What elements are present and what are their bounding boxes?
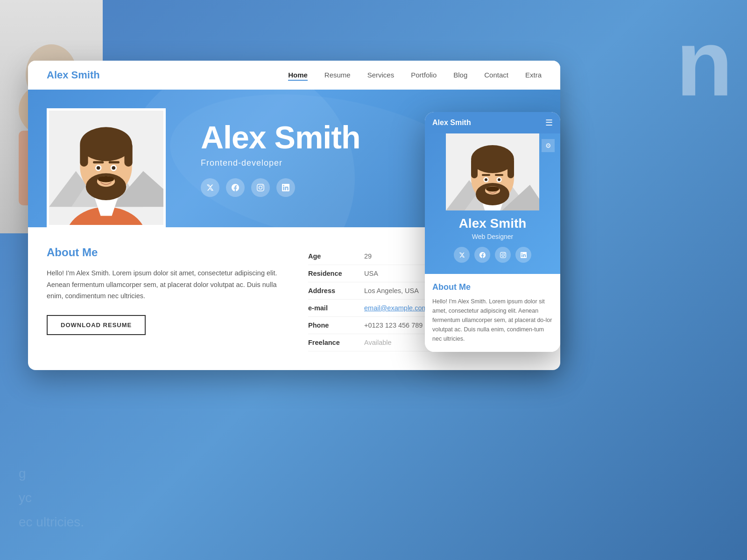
info-label: Age <box>308 248 364 265</box>
bg-letter: n <box>676 9 733 117</box>
nav-link-home[interactable]: Home <box>288 71 308 81</box>
nav-item-home[interactable]: Home <box>288 71 308 79</box>
nav-item-services[interactable]: Services <box>367 71 395 79</box>
svg-rect-34 <box>507 158 514 178</box>
svg-rect-13 <box>124 142 132 167</box>
hamburger-icon[interactable]: ☰ <box>545 118 553 128</box>
svg-rect-36 <box>495 174 503 176</box>
mobile-instagram-button[interactable] <box>495 247 511 263</box>
svg-point-44 <box>486 187 499 192</box>
download-resume-button[interactable]: DOWNLOAD RESUME <box>47 315 146 335</box>
hero-content: Alex Smith Frontend-developer <box>182 101 379 216</box>
svg-point-18 <box>97 166 100 170</box>
nav-link-portfolio[interactable]: Portfolio <box>411 71 437 79</box>
mobile-navbar: Alex Smith ☰ <box>425 112 560 133</box>
mobile-linkedin-button[interactable] <box>515 247 531 263</box>
nav-item-portfolio[interactable]: Portfolio <box>411 71 437 79</box>
hero-title: Frontend-developer <box>201 158 360 168</box>
mobile-about-plain: About <box>432 282 457 292</box>
svg-point-40 <box>498 178 500 181</box>
mobile-name: Alex Smith <box>459 216 527 231</box>
hero-name: Alex Smith <box>201 120 360 155</box>
hero-socials <box>201 178 360 197</box>
svg-rect-15 <box>109 161 120 163</box>
facebook-button[interactable] <box>226 178 245 197</box>
mobile-card: Alex Smith ☰ <box>425 112 560 352</box>
mobile-facebook-button[interactable] <box>474 247 490 263</box>
svg-point-19 <box>112 166 116 170</box>
about-heading-plain: About <box>47 246 79 259</box>
brand-first: Alex <box>47 69 68 81</box>
info-label: Address <box>308 282 364 300</box>
bg-text: g yc ec ultricies. <box>19 464 84 532</box>
nav-link-services[interactable]: Services <box>367 71 395 79</box>
mobile-about-text: Hello! I'm Alex Smith. Lorem ipsum dolor… <box>432 297 553 343</box>
about-heading-colored: Me <box>79 246 98 259</box>
mobile-about-colored: Me <box>457 282 471 292</box>
info-label: Freelance <box>308 334 364 351</box>
mobile-about: About Me Hello! I'm Alex Smith. Lorem ip… <box>425 274 560 352</box>
navbar: Alex Smith Home Resume Services Portfoli… <box>28 61 560 90</box>
mobile-twitter-button[interactable] <box>454 247 470 263</box>
about-heading: About Me <box>47 246 280 259</box>
nav-item-blog[interactable]: Blog <box>453 71 467 79</box>
email-link[interactable]: email@example.com <box>364 304 428 312</box>
mobile-brand: Alex Smith <box>432 119 471 127</box>
nav-item-resume[interactable]: Resume <box>324 71 351 79</box>
mobile-about-heading: About Me <box>432 282 553 292</box>
hero-avatar <box>47 108 166 227</box>
nav-item-contact[interactable]: Contact <box>484 71 508 79</box>
linkedin-button[interactable] <box>276 178 295 197</box>
info-label: e-mail <box>308 300 364 317</box>
gear-icon[interactable]: ⚙ <box>542 139 555 152</box>
twitter-button[interactable] <box>201 178 219 197</box>
info-label: Phone <box>308 317 364 334</box>
mobile-subtitle: Web Designer <box>472 233 513 240</box>
nav-link-contact[interactable]: Contact <box>484 71 508 79</box>
brand-last: Smith <box>68 69 99 81</box>
svg-rect-33 <box>471 158 478 178</box>
svg-rect-14 <box>93 161 104 163</box>
nav-link-extra[interactable]: Extra <box>525 71 542 79</box>
info-label: Residence <box>308 265 364 282</box>
svg-point-23 <box>98 176 114 182</box>
nav-brand: Alex Smith <box>47 69 100 81</box>
mobile-hero: ⚙ Alex Smith Web Designer <box>425 133 560 274</box>
nav-link-resume[interactable]: Resume <box>324 71 351 79</box>
svg-point-39 <box>485 178 487 181</box>
about-text: Hello! I'm Alex Smith. Lorem ipsum dolor… <box>47 267 280 302</box>
about-left: About Me Hello! I'm Alex Smith. Lorem ip… <box>47 246 280 351</box>
svg-rect-35 <box>482 174 490 176</box>
mobile-avatar <box>446 133 539 210</box>
svg-rect-12 <box>80 142 88 167</box>
nav-item-extra[interactable]: Extra <box>525 71 542 79</box>
mobile-socials <box>454 247 531 263</box>
nav-link-blog[interactable]: Blog <box>453 71 467 79</box>
instagram-button[interactable] <box>251 178 270 197</box>
nav-links: Home Resume Services Portfolio Blog Cont… <box>288 71 542 79</box>
